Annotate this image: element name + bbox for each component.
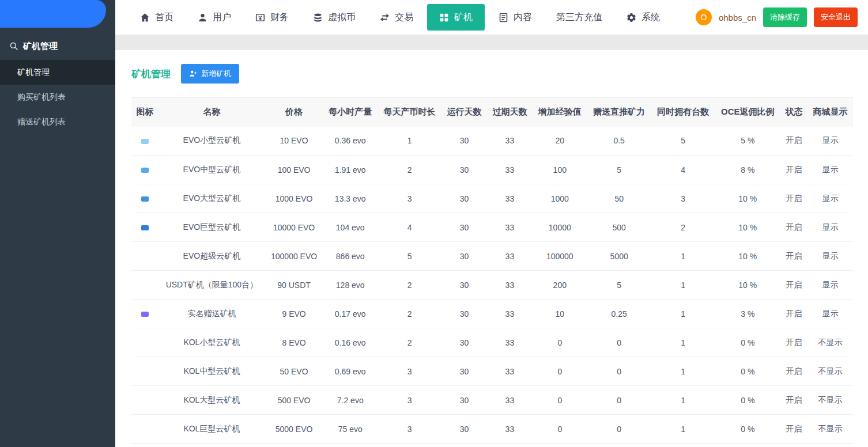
cell-run_days: 30 bbox=[441, 127, 487, 156]
cell-oce_rate: 0 % bbox=[715, 357, 781, 386]
cell-icon bbox=[131, 357, 158, 386]
cell-run_days: 30 bbox=[441, 156, 487, 184]
cell-status: 开启 bbox=[780, 415, 807, 444]
cell-gift_power: 5 bbox=[587, 271, 651, 300]
cell-max_units: 3 bbox=[651, 184, 715, 213]
cell-shop: 显示 bbox=[807, 184, 853, 213]
cell-name: KOL大型云矿机 bbox=[158, 386, 265, 415]
nav-items: 首页用户财务虚拟币交易矿机内容第三方充值系统 bbox=[128, 0, 672, 35]
cell-hours: 4 bbox=[378, 213, 441, 242]
cell-run_days: 30 bbox=[441, 386, 487, 415]
nav-item-9[interactable]: 系统 bbox=[614, 0, 672, 35]
cell-gift_power: 5000 bbox=[587, 242, 651, 271]
clear-cache-button[interactable]: 清除缓存 bbox=[763, 7, 807, 27]
nav-item-label: 用户 bbox=[213, 12, 231, 24]
cell-max_units: 4 bbox=[651, 156, 715, 184]
cell-oce_rate: 10 % bbox=[715, 184, 781, 213]
logout-button[interactable]: 安全退出 bbox=[814, 7, 858, 27]
cell-price: 10000 EVO bbox=[265, 213, 323, 242]
cell-status: 开启 bbox=[780, 242, 807, 271]
cell-run_days: 30 bbox=[441, 242, 487, 271]
cell-icon bbox=[131, 213, 158, 242]
cell-exp: 0 bbox=[533, 386, 587, 415]
nav-item-3[interactable]: 财务 bbox=[243, 0, 301, 35]
cell-icon bbox=[131, 156, 158, 184]
column-header: OCE返佣比例 bbox=[715, 98, 781, 127]
miner-icon bbox=[141, 225, 149, 230]
cell-expire_days: 33 bbox=[487, 328, 533, 357]
nav-item-5[interactable]: 交易 bbox=[368, 0, 425, 35]
username[interactable]: ohbbs_cn bbox=[719, 13, 756, 22]
cell-gift_power: 0.25 bbox=[587, 300, 651, 328]
cell-run_days: 30 bbox=[441, 184, 487, 213]
cell-max_units: 1 bbox=[651, 328, 715, 357]
miner-table: 图标名称价格每小时产量每天产币时长运行天数过期天数增加经验值赠送直推矿力同时拥有… bbox=[131, 97, 853, 444]
cell-status: 开启 bbox=[780, 127, 807, 156]
avatar[interactable]: O bbox=[696, 9, 712, 25]
cell-exp: 0 bbox=[533, 328, 587, 357]
cell-shop: 显示 bbox=[807, 300, 853, 328]
cell-hours: 2 bbox=[378, 300, 441, 328]
cell-hourly: 0.17 evo bbox=[323, 300, 378, 328]
cell-shop: 显示 bbox=[807, 156, 853, 184]
cell-price: 90 USDT bbox=[265, 271, 323, 300]
cell-exp: 10000 bbox=[533, 213, 587, 242]
nav-item-1[interactable]: 首页 bbox=[128, 0, 186, 35]
sidebar-item-2[interactable]: 购买矿机列表 bbox=[0, 85, 115, 109]
cell-price: 100000 EVO bbox=[265, 242, 323, 271]
cell-shop: 显示 bbox=[807, 242, 853, 271]
table-row: EVO超级云矿机100000 EVO866 evo530331000005000… bbox=[131, 242, 853, 271]
cell-status: 开启 bbox=[780, 156, 807, 184]
nav-item-7[interactable]: 内容 bbox=[486, 0, 544, 35]
cell-oce_rate: 10 % bbox=[715, 242, 781, 271]
cell-exp: 100000 bbox=[533, 242, 587, 271]
cell-hourly: 866 evo bbox=[323, 242, 378, 271]
navbar-right: O ohbbs_cn 清除缓存 安全退出 bbox=[696, 7, 858, 27]
coins-icon bbox=[313, 13, 323, 22]
miner-icon bbox=[141, 312, 149, 317]
sidebar-item-1[interactable]: 矿机管理 bbox=[0, 60, 115, 85]
column-header: 商城显示 bbox=[807, 98, 853, 127]
cell-hourly: 13.3 evo bbox=[323, 184, 378, 213]
cell-max_units: 5 bbox=[651, 127, 715, 156]
table-row: KOL巨型云矿机5000 EVO75 evo330330010 %开启不显示 bbox=[131, 415, 853, 444]
cell-exp: 0 bbox=[533, 415, 587, 444]
cell-hourly: 128 evo bbox=[323, 271, 378, 300]
cell-oce_rate: 10 % bbox=[715, 213, 781, 242]
finance-icon bbox=[255, 13, 265, 22]
nav-item-6[interactable]: 矿机 bbox=[427, 4, 485, 31]
cell-status: 开启 bbox=[780, 184, 807, 213]
cell-expire_days: 33 bbox=[487, 415, 533, 444]
cell-max_units: 1 bbox=[651, 300, 715, 328]
table-row: EVO巨型云矿机10000 EVO104 evo4303310000500210… bbox=[131, 213, 853, 242]
cell-hourly: 75 evo bbox=[323, 415, 378, 444]
cell-shop: 显示 bbox=[807, 271, 853, 300]
cell-oce_rate: 8 % bbox=[715, 156, 781, 184]
nav-item-label: 第三方充值 bbox=[556, 12, 602, 24]
cell-name: KOL巨型云矿机 bbox=[158, 415, 265, 444]
cell-expire_days: 33 bbox=[487, 242, 533, 271]
cell-exp: 10 bbox=[533, 300, 587, 328]
cell-hours: 1 bbox=[378, 127, 441, 156]
breadcrumb-band bbox=[115, 35, 868, 50]
nav-item-8[interactable]: 第三方充值 bbox=[544, 0, 614, 35]
cell-oce_rate: 5 % bbox=[715, 127, 781, 156]
cell-hours: 5 bbox=[378, 242, 441, 271]
cell-oce_rate: 0 % bbox=[715, 328, 781, 357]
top-navbar: 首页用户财务虚拟币交易矿机内容第三方充值系统 O ohbbs_cn 清除缓存 安… bbox=[115, 0, 868, 35]
user-icon bbox=[198, 13, 207, 22]
cell-hourly: 104 evo bbox=[323, 213, 378, 242]
add-miner-button[interactable]: 新增矿机 bbox=[181, 64, 239, 84]
nav-item-2[interactable]: 用户 bbox=[186, 0, 243, 35]
cell-status: 开启 bbox=[780, 328, 807, 357]
miner-icon bbox=[141, 139, 149, 144]
cell-expire_days: 33 bbox=[487, 386, 533, 415]
sidebar-item-3[interactable]: 赠送矿机列表 bbox=[0, 109, 115, 134]
table-row: EVO小型云矿机10 EVO0.36 evo13033200.555 %开启显示 bbox=[131, 127, 853, 156]
table-row: KOL小型云矿机8 EVO0.16 evo230330010 %开启不显示 bbox=[131, 328, 853, 357]
cell-gift_power: 500 bbox=[587, 213, 651, 242]
cell-max_units: 1 bbox=[651, 386, 715, 415]
nav-item-4[interactable]: 虚拟币 bbox=[301, 0, 368, 35]
cell-gift_power: 50 bbox=[587, 184, 651, 213]
cell-price: 100 EVO bbox=[265, 156, 323, 184]
